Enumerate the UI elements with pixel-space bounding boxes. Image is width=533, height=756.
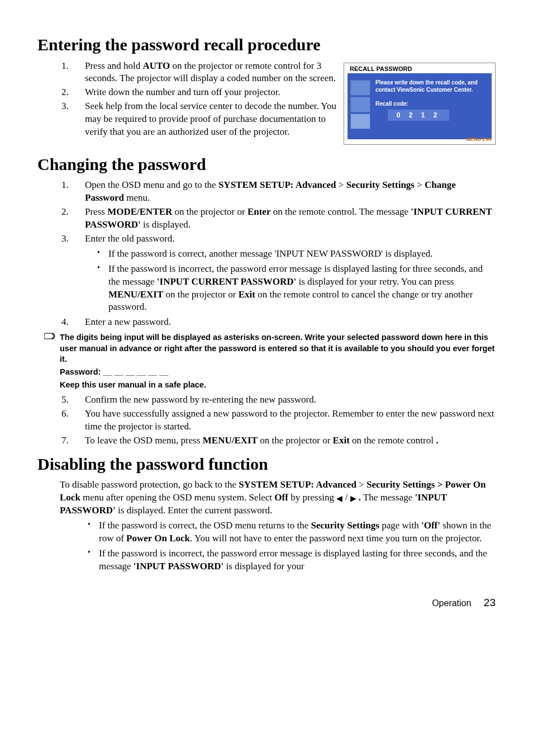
figure-screen: Please write down the recall code, and c… <box>348 73 492 139</box>
page-footer: Operation 23 <box>37 596 496 610</box>
list-item: Enter a new password. <box>71 316 496 329</box>
list-item: If the password is incorrect, the passwo… <box>82 547 496 573</box>
note-text-1: The digits being input will be displayed… <box>60 332 496 365</box>
list-item: If the password is incorrect, the passwo… <box>92 263 496 314</box>
changing-steps: Open the OSD menu and go to the SYSTEM S… <box>54 179 496 329</box>
heading-disabling: Disabling the password function <box>37 453 496 476</box>
note-icon <box>44 332 55 343</box>
footer-page: 23 <box>484 597 496 608</box>
heading-recall: Entering the password recall procedure <box>37 34 496 56</box>
list-item: If the password is correct, another mess… <box>92 248 496 261</box>
sublist: If the password is correct, another mess… <box>92 248 496 314</box>
changing-steps-cont: Confirm the new password by re-entering … <box>54 394 496 447</box>
figure-exit: MENU Exit <box>466 136 492 143</box>
figure-recall-password: RECALL PASSWORD Please write down the re… <box>344 63 496 145</box>
list-item: If the password is correct, the OSD menu… <box>82 519 496 545</box>
recall-steps: Press and hold AUTO on the projector or … <box>54 60 339 139</box>
figure-title: RECALL PASSWORD <box>350 65 412 73</box>
list-item: Seek help from the local service center … <box>71 100 339 139</box>
footer-label: Operation <box>432 598 471 608</box>
note-block: The digits being input will be displayed… <box>60 332 496 390</box>
heading-changing: Changing the password <box>37 153 496 176</box>
disabling-body: To disable password protection, go back … <box>60 479 496 517</box>
list-item: Confirm the new password by re-entering … <box>71 394 496 407</box>
list-item: Enter the old password.If the password i… <box>71 233 496 314</box>
list-item: To leave the OSD menu, press MENU/EXIT o… <box>71 434 496 447</box>
figure-code: 0 2 1 2 <box>388 110 449 121</box>
list-item: Press and hold AUTO on the projector or … <box>71 60 339 86</box>
list-item: You have successfully assigned a new pas… <box>71 408 496 433</box>
list-item: Press MODE/ENTER on the projector or Ent… <box>71 206 496 231</box>
disabling-sublist: If the password is correct, the OSD menu… <box>82 519 496 573</box>
note-text-2: Keep this user manual in a safe place. <box>60 380 496 391</box>
note-password-line: Password: __ __ __ __ __ __ <box>60 367 496 378</box>
figure-side-icons <box>350 80 370 129</box>
list-item: Write down the number and turn off your … <box>71 86 339 99</box>
list-item: Open the OSD menu and go to the SYSTEM S… <box>71 179 496 205</box>
